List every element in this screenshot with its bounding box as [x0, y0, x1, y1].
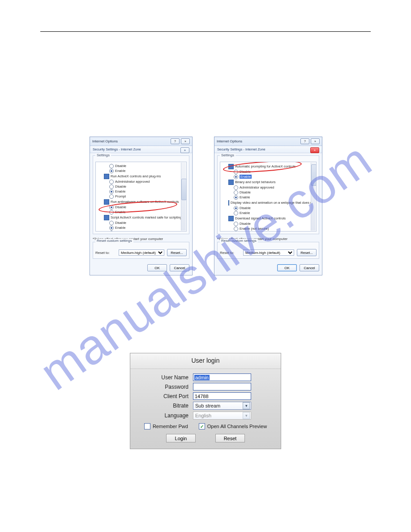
radio-icon[interactable] — [234, 206, 238, 210]
tree-item-label: Binary and script behaviors — [235, 180, 275, 184]
username-value: admin — [194, 375, 210, 380]
cancel-button[interactable]: Cancel — [300, 264, 319, 271]
tree-option[interactable]: Disable — [109, 163, 185, 168]
remember-pwd-checkbox[interactable] — [144, 423, 150, 429]
tree-option[interactable]: Enable — [109, 168, 185, 173]
radio-icon[interactable] — [109, 189, 114, 194]
ok-button[interactable]: OK — [147, 264, 167, 271]
help-icon[interactable]: ? — [171, 138, 180, 144]
radio-icon[interactable] — [109, 169, 114, 173]
tree-item-label: Enable — [240, 195, 250, 199]
child-close-icon[interactable]: × — [310, 147, 319, 153]
tree-option[interactable]: Enable — [234, 210, 315, 215]
radio-icon[interactable] — [109, 231, 114, 232]
tree-option[interactable]: Disable — [109, 220, 185, 225]
radio-icon[interactable] — [109, 226, 114, 230]
help-icon[interactable]: ? — [300, 138, 309, 144]
tree-option[interactable]: Disable — [234, 190, 315, 195]
cancel-button[interactable]: Cancel — [170, 264, 189, 271]
remember-pwd-label: Remember Pwd — [153, 424, 188, 429]
tree-option[interactable]: Enable — [109, 189, 185, 194]
tree-category: Display video and animation on a webpage… — [228, 200, 315, 206]
bitrate-select[interactable]: Sub stream ▾ — [193, 402, 251, 410]
tree-option[interactable]: Enable (not secure) — [234, 226, 315, 231]
tree-item-label: Disable — [115, 221, 126, 225]
tree-option[interactable]: Prompt — [109, 230, 185, 232]
scrollbar[interactable] — [311, 163, 316, 231]
scrollbar[interactable] — [181, 163, 186, 231]
tree-item-label: Disable — [240, 222, 251, 226]
client-port-label: Client Port — [139, 393, 193, 399]
language-select[interactable]: English ▾ — [193, 412, 251, 420]
client-port-input[interactable] — [193, 392, 251, 400]
tree-option[interactable]: Prompt (recommended) — [234, 231, 315, 232]
tree-option[interactable]: Disable — [234, 206, 315, 210]
tree-item-label: Disable — [240, 206, 251, 210]
tree-item-label: Enable (not secure) — [240, 227, 269, 231]
reset-button[interactable]: Reset... — [167, 249, 187, 256]
tree-option[interactable]: Disable — [109, 184, 185, 189]
close-icon[interactable]: × — [181, 138, 190, 144]
bitrate-label: Bitrate — [139, 403, 193, 409]
radio-icon[interactable] — [234, 195, 238, 200]
reset-level-select[interactable]: Medium-high (default) — [119, 249, 164, 256]
reset-button[interactable]: Reset — [215, 434, 245, 442]
radio-icon[interactable] — [109, 221, 114, 225]
radio-icon[interactable] — [234, 190, 238, 195]
security-settings-tree[interactable]: DisableEnableRun ActiveX controls and pl… — [95, 162, 187, 232]
reset-button[interactable]: Reset... — [297, 249, 317, 256]
radio-icon[interactable] — [109, 184, 114, 189]
child-close-icon[interactable]: × — [180, 147, 189, 153]
tree-item-label: Enable — [240, 175, 252, 179]
radio-icon[interactable] — [109, 164, 114, 168]
tree-option[interactable]: Enable — [234, 174, 315, 179]
tree-item-label: Run ActiveX controls and plug-ins — [111, 174, 161, 178]
tree-item-label: Disable — [115, 164, 126, 168]
username-input[interactable]: admin — [193, 373, 251, 381]
open-all-channels-checkbox[interactable]: ✓ — [199, 423, 205, 429]
reset-level-select[interactable]: Medium-high (default) — [243, 249, 294, 256]
tree-item-label: Administrator approved — [115, 180, 150, 184]
tree-option[interactable]: Enable — [234, 195, 315, 200]
tree-option[interactable]: Administrator approved — [234, 185, 315, 190]
scrollbar-thumb[interactable] — [311, 164, 317, 186]
radio-icon[interactable] — [234, 211, 238, 215]
reset-legend: Reset custom settings — [95, 239, 133, 243]
radio-icon[interactable] — [234, 232, 238, 232]
settings-legend: Settings — [95, 153, 111, 157]
ok-button[interactable]: OK — [277, 264, 297, 271]
radio-icon[interactable] — [234, 185, 238, 190]
tree-option[interactable]: Enable — [109, 225, 185, 230]
chevron-down-icon: ▾ — [243, 402, 250, 409]
tree-option[interactable]: Administrator approved — [109, 179, 185, 184]
chevron-down-icon: ▾ — [243, 412, 250, 419]
tree-item-label: Download signed ActiveX controls — [235, 216, 286, 220]
category-icon — [104, 215, 109, 220]
security-settings-tree[interactable]: Automatic prompting for ActiveX controls… — [220, 162, 317, 232]
category-icon — [104, 174, 109, 179]
scrollbar-thumb[interactable] — [181, 179, 187, 200]
internet-options-dialog-left: Internet Options ? × Security Settings -… — [90, 137, 193, 275]
open-all-channels-label: Open All Channels Preview — [207, 424, 267, 429]
radio-icon[interactable] — [234, 175, 238, 179]
category-icon — [228, 180, 234, 185]
password-input[interactable] — [193, 383, 251, 390]
category-icon — [228, 200, 229, 206]
child-window-title: Security Settings - Internet Zone × — [214, 146, 322, 153]
internet-options-dialog-right: Internet Options ? × Security Settings -… — [214, 137, 322, 275]
tree-item-label: Enable — [240, 211, 250, 215]
radio-icon[interactable] — [109, 194, 114, 199]
radio-icon[interactable] — [234, 227, 238, 231]
radio-icon[interactable] — [109, 180, 114, 184]
close-icon[interactable]: × — [311, 138, 320, 144]
radio-icon[interactable] — [234, 222, 238, 226]
tree-option[interactable]: Prompt — [109, 194, 185, 199]
login-button[interactable]: Login — [166, 434, 196, 442]
tree-item-label: Disable — [115, 184, 126, 189]
tree-item-label: Prompt — [115, 194, 126, 198]
category-icon — [104, 199, 109, 205]
category-icon — [228, 216, 234, 221]
settings-legend: Settings — [220, 153, 235, 157]
login-title: User login — [130, 353, 281, 369]
tree-option[interactable]: Disable — [234, 221, 315, 226]
